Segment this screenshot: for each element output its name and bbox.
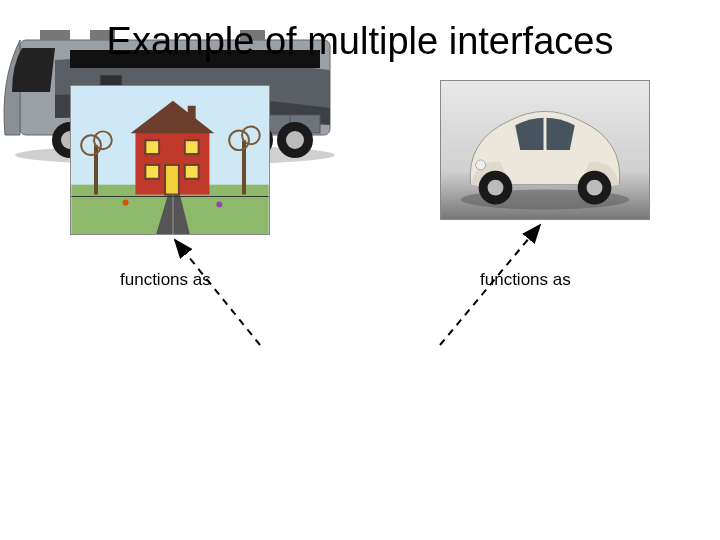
svg-point-19	[123, 199, 129, 205]
car-image	[440, 80, 650, 220]
svg-rect-12	[185, 140, 199, 154]
svg-rect-11	[145, 140, 159, 154]
house-illustration	[71, 86, 269, 234]
svg-point-28	[476, 160, 486, 170]
house-image	[70, 85, 270, 235]
slide-title: Example of multiple interfaces	[0, 20, 720, 63]
car-illustration	[441, 80, 649, 220]
svg-rect-14	[185, 165, 199, 179]
label-functions-as-left: functions as	[120, 270, 211, 290]
svg-point-46	[286, 131, 304, 149]
svg-point-20	[216, 201, 222, 207]
svg-point-27	[587, 180, 603, 196]
svg-rect-13	[145, 165, 159, 179]
label-functions-as-right: functions as	[480, 270, 571, 290]
svg-rect-15	[165, 165, 179, 195]
svg-point-25	[488, 180, 504, 196]
arrow-to-house	[175, 240, 260, 345]
svg-rect-10	[188, 106, 196, 126]
